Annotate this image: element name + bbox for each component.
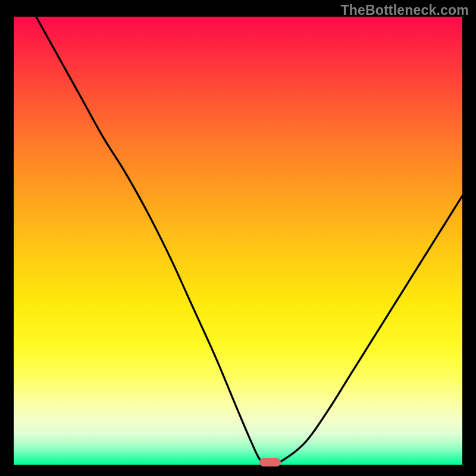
optimum-marker — [259, 458, 281, 466]
plot-area — [14, 17, 462, 465]
watermark-text: TheBottleneck.com — [340, 2, 469, 18]
curve-layer — [14, 17, 462, 465]
bottleneck-curve — [36, 17, 462, 465]
chart-frame: TheBottleneck.com — [0, 0, 476, 476]
